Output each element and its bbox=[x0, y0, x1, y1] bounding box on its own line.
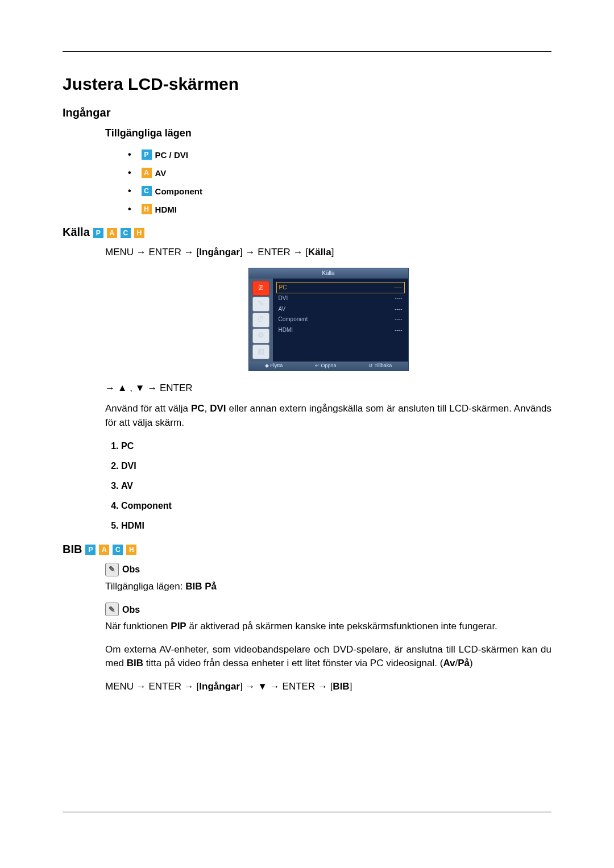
badge-c-icon: C bbox=[113, 545, 123, 555]
mode-hdmi: H HDMI bbox=[128, 204, 551, 214]
note-obs-1: ✎ Obs bbox=[105, 563, 551, 576]
src-item-pc: PC bbox=[121, 439, 551, 452]
badge-a-icon: A bbox=[142, 168, 152, 178]
osd-row-label: HDMI bbox=[279, 326, 293, 335]
bib-content: ✎ Obs Tillgängliga lägen: BIB På ✎ Obs N… bbox=[63, 563, 551, 694]
obs1-text: Tillgängliga lägen: BIB På bbox=[105, 580, 551, 594]
osd-row-label: Component bbox=[279, 315, 308, 324]
bib-label: BIB bbox=[63, 543, 82, 556]
src-item-hdmi: HDMI bbox=[121, 519, 551, 532]
osd-screenshot: Källa ⎚ ✎ ⏱ ⚙ ▥ PC---- DVI---- AV---- Co… bbox=[248, 268, 409, 371]
badge-p-icon: P bbox=[93, 228, 103, 238]
mode-label: Component bbox=[155, 186, 202, 196]
badge-c-icon: C bbox=[142, 186, 152, 196]
nav-sequence-bib: MENU → ENTER → [Ingångar] → ▼ → ENTER → … bbox=[105, 680, 551, 694]
osd-row-dvi: DVI---- bbox=[276, 293, 405, 304]
src-item-component: Component bbox=[121, 499, 551, 512]
osd-side-gear-icon: ⚙ bbox=[252, 329, 269, 343]
osd-side-picture-icon: ✎ bbox=[252, 297, 269, 312]
osd-footer: ◆ Flytta ↵ Öppna ↺ Tillbaka bbox=[249, 362, 408, 371]
obs2-text: När funktionen PIP är aktiverad på skärm… bbox=[105, 620, 551, 634]
osd-row-label: PC bbox=[279, 284, 287, 292]
badge-a-icon: A bbox=[99, 545, 109, 555]
rule-top bbox=[63, 51, 551, 52]
bib-heading: BIB PACH bbox=[63, 543, 551, 556]
badge-a-icon: A bbox=[107, 228, 117, 238]
badge-h-icon: H bbox=[126, 545, 136, 555]
nav-sequence-kalla: MENU → ENTER → [Ingångar] → ENTER → [Käl… bbox=[105, 246, 551, 260]
osd-footer-back: ↺ Tillbaka bbox=[368, 362, 392, 369]
nav-kalla: Källa bbox=[308, 247, 331, 258]
note-obs-2: ✎ Obs bbox=[105, 603, 551, 616]
osd-title: Källa bbox=[249, 268, 408, 279]
mode-label: AV bbox=[155, 168, 167, 178]
nav-ingangar: Ingångar bbox=[199, 681, 240, 692]
osd-row-label: AV bbox=[279, 305, 286, 314]
modes-list: P PC / DVI A AV C Component H HDMI bbox=[63, 149, 551, 214]
osd-row-component: Component---- bbox=[276, 314, 405, 325]
document-page: Justera LCD-skärmen Ingångar Tillgänglig… bbox=[0, 0, 614, 868]
src-item-dvi: DVI bbox=[121, 459, 551, 472]
note-label: Obs bbox=[122, 563, 140, 576]
note-label: Obs bbox=[122, 603, 140, 616]
note-icon: ✎ bbox=[105, 603, 119, 616]
osd-row-value: ---- bbox=[395, 305, 402, 314]
badge-h-icon: H bbox=[134, 228, 144, 238]
arrow-nav-line: → ▲ , ▼ → ENTER bbox=[105, 381, 551, 396]
nav-enter: ENTER bbox=[258, 247, 291, 258]
section-inputs-heading: Ingångar bbox=[63, 106, 551, 119]
source-ordered-list: PC DVI AV Component HDMI bbox=[105, 439, 551, 533]
mode-av: A AV bbox=[128, 168, 551, 178]
mode-component: C Component bbox=[128, 186, 551, 196]
osd-side-input-icon: ⎚ bbox=[252, 281, 269, 296]
mode-pc-dvi: P PC / DVI bbox=[128, 149, 551, 160]
osd-row-pc: PC---- bbox=[276, 282, 405, 294]
obs3-text: Om externa AV-enheter, som videobandspel… bbox=[105, 643, 551, 671]
nav-enter: ENTER bbox=[149, 681, 182, 692]
osd-row-label: DVI bbox=[279, 294, 288, 303]
src-item-av: AV bbox=[121, 479, 551, 492]
osd-row-value: ---- bbox=[395, 315, 402, 324]
nav-enter: ENTER bbox=[283, 681, 316, 692]
nav-menu: MENU bbox=[105, 681, 134, 692]
osd-side-clock-icon: ⏱ bbox=[252, 313, 269, 327]
badge-row: PACH bbox=[85, 543, 140, 556]
mode-label: PC / DVI bbox=[155, 150, 188, 160]
osd-source-list: PC---- DVI---- AV---- Component---- HDMI… bbox=[273, 279, 408, 362]
osd-row-value: ---- bbox=[394, 284, 401, 292]
osd-row-value: ---- bbox=[395, 294, 402, 303]
osd-sidebar: ⎚ ✎ ⏱ ⚙ ▥ bbox=[249, 279, 273, 362]
badge-row: PACH bbox=[93, 226, 148, 239]
osd-row-value: ---- bbox=[395, 326, 402, 335]
osd-footer-move: ◆ Flytta bbox=[265, 362, 283, 369]
osd-footer-open: ↵ Öppna bbox=[315, 362, 337, 369]
nav-enter: ENTER bbox=[149, 247, 182, 258]
nav-menu: MENU bbox=[105, 247, 134, 258]
sub-modes-heading: Tillgängliga lägen bbox=[63, 127, 551, 139]
kalla-description: Använd för att välja PC, DVI eller annan… bbox=[105, 402, 551, 430]
osd-side-info-icon: ▥ bbox=[252, 344, 269, 359]
note-icon: ✎ bbox=[105, 563, 119, 576]
rule-bottom bbox=[63, 812, 551, 812]
mode-label: HDMI bbox=[155, 205, 177, 214]
kalla-label: Källa bbox=[63, 226, 90, 239]
page-title: Justera LCD-skärmen bbox=[63, 74, 551, 94]
osd-body: ⎚ ✎ ⏱ ⚙ ▥ PC---- DVI---- AV---- Componen… bbox=[249, 279, 408, 362]
kalla-heading: Källa PACH bbox=[63, 226, 551, 239]
osd-row-hdmi: HDMI---- bbox=[276, 325, 405, 336]
nav-ingangar: Ingångar bbox=[199, 247, 240, 258]
badge-h-icon: H bbox=[142, 204, 152, 214]
badge-p-icon: P bbox=[85, 545, 96, 555]
badge-p-icon: P bbox=[142, 149, 152, 160]
kalla-content: MENU → ENTER → [Ingångar] → ENTER → [Käl… bbox=[63, 246, 551, 533]
osd-row-av: AV---- bbox=[276, 304, 405, 315]
nav-bib: BIB bbox=[333, 681, 349, 692]
badge-c-icon: C bbox=[121, 228, 131, 238]
